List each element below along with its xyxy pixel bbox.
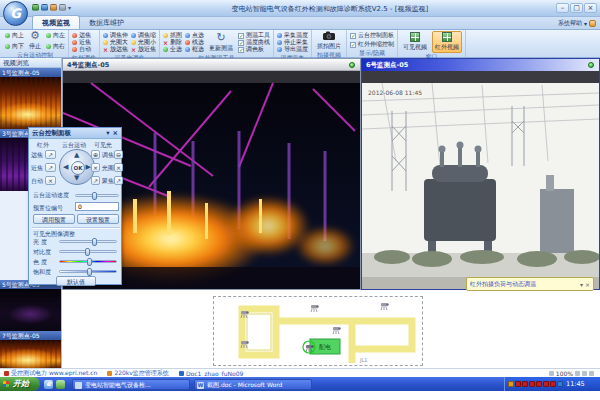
- windows-flag-icon: [3, 381, 9, 387]
- slider-thumb[interactable]: [87, 258, 92, 266]
- speed-slider[interactable]: [75, 194, 119, 197]
- thermal-thumbnail-4[interactable]: [0, 340, 61, 368]
- capture-picture-button[interactable]: 抓拍图片: [315, 31, 343, 51]
- arrow-left-icon[interactable]: ◀: [63, 164, 68, 171]
- quick-access-icon-2[interactable]: [41, 4, 48, 11]
- quick-access-icon-4[interactable]: [59, 4, 66, 11]
- tray-icon[interactable]: [529, 381, 535, 387]
- ribbon-group-ptz-motion: 向上 向下 ⚙ 停止 向左 向右 云台运动控制: [2, 30, 69, 57]
- contrast-slider[interactable]: [59, 250, 117, 253]
- ptz-ok-button[interactable]: OK: [71, 161, 85, 175]
- thumbnail-label-4[interactable]: 7号监测点-05: [0, 331, 61, 340]
- infrared-panel-title-bar[interactable]: 4号监测点-05: [63, 59, 360, 71]
- visible-panel-title-bar[interactable]: 6号监测点-05: [362, 59, 599, 71]
- tray-alert-icon[interactable]: [508, 381, 514, 387]
- link-item-3[interactable]: Doc1_zhao_fuNo09: [179, 370, 243, 377]
- preset-number-input[interactable]: [75, 202, 119, 211]
- help-menu[interactable]: 系统帮助 ▾: [558, 19, 596, 28]
- infrared-capture-notification[interactable]: 红外拍摄负荷与动态调温 ▾ ×: [466, 277, 594, 291]
- focus-plus-button[interactable]: ↗: [91, 176, 100, 185]
- focus-minus-button[interactable]: ↗: [114, 176, 123, 185]
- chevron-down-icon[interactable]: ▾: [580, 281, 583, 288]
- minimize-button[interactable]: –: [556, 3, 569, 13]
- ir-auto-label: 自动: [31, 177, 43, 186]
- chevron-down-icon[interactable]: ▾: [68, 4, 71, 11]
- close-icon[interactable]: ×: [113, 128, 118, 138]
- default-values-button[interactable]: 默认值: [56, 276, 96, 286]
- check-icon: ✓: [238, 33, 244, 39]
- pan-up-button[interactable]: 向上: [5, 32, 24, 39]
- zoom-controls[interactable]: 100%: [549, 370, 600, 377]
- visible-zoom-out-button[interactable]: ⊖: [114, 150, 123, 159]
- button-label: 更新测温: [209, 44, 233, 53]
- iris-open-button[interactable]: ×: [91, 163, 100, 172]
- ptz-panel-checkbox[interactable]: ✓云台控制面板: [350, 32, 394, 39]
- ir-zoom-control-checkbox[interactable]: ✓红外伸缩控制: [350, 41, 394, 48]
- tab-video-monitor[interactable]: 视频监视: [32, 15, 80, 29]
- call-preset-button[interactable]: 调用预置: [33, 214, 75, 224]
- zoom-out-icon[interactable]: [549, 371, 554, 376]
- ribbon-group-window: 可见视频 红外视频 窗口: [398, 30, 466, 57]
- iris-close-button[interactable]: ×: [114, 163, 123, 172]
- visible-zoom-in-button[interactable]: ⊕: [91, 150, 100, 159]
- tray-icon[interactable]: [550, 381, 556, 387]
- start-button[interactable]: 开始: [0, 377, 40, 391]
- tab-database-maintenance[interactable]: 数据库维护: [80, 16, 133, 29]
- tray-icon[interactable]: [522, 381, 528, 387]
- ir-near-button[interactable]: ↗: [45, 163, 56, 172]
- ptz-direction-pad[interactable]: ▲ ▼ ◀ ▶ OK: [59, 149, 95, 185]
- taskbar-item-word[interactable]: W 截图.doc - Microsoft Word: [194, 379, 312, 390]
- printer-icon[interactable]: [582, 371, 587, 376]
- slider-thumb[interactable]: [92, 238, 97, 246]
- palette-checkbox[interactable]: ✓调色板: [238, 46, 270, 53]
- thermal-thumbnail-1[interactable]: [0, 77, 61, 129]
- pan-stop-button[interactable]: ⚙ 停止: [27, 31, 43, 51]
- green-orb-icon: [46, 33, 51, 38]
- zoom-far-button[interactable]: ×放远焦: [103, 46, 128, 53]
- pin-icon[interactable]: ▾: [106, 128, 109, 138]
- brightness-slider[interactable]: [59, 240, 117, 243]
- set-preset-button[interactable]: 设置预置: [77, 214, 119, 224]
- thermal-thumbnail-3[interactable]: [0, 289, 61, 331]
- slider-thumb[interactable]: [92, 192, 97, 200]
- ir-far-button[interactable]: ↗: [45, 150, 56, 159]
- tray-icon[interactable]: [543, 381, 549, 387]
- tray-icon[interactable]: [515, 381, 521, 387]
- ir-auto-button[interactable]: ×: [45, 176, 56, 185]
- thumbnail-label-1[interactable]: 1号监测点-05: [0, 68, 61, 77]
- network-icon[interactable]: [557, 381, 563, 387]
- app-logo-icon: G: [3, 1, 28, 26]
- close-icon[interactable]: ×: [585, 281, 590, 288]
- quick-access-icon-1[interactable]: [32, 4, 39, 11]
- quick-access-icon-3[interactable]: [50, 4, 57, 11]
- quicklaunch-icon[interactable]: [56, 380, 65, 389]
- browser-quicklaunch-icon[interactable]: e: [44, 380, 53, 389]
- ir-column-header: 红外: [37, 141, 49, 150]
- hue-slider[interactable]: [59, 260, 117, 263]
- saturation-slider[interactable]: [59, 270, 117, 273]
- slider-thumb[interactable]: [87, 268, 92, 276]
- maximize-button[interactable]: □: [570, 3, 583, 13]
- ptz-panel-title-bar[interactable]: 云台控制面板 ▾ ×: [29, 128, 121, 139]
- zoom-near-button[interactable]: ×放近焦: [131, 46, 156, 53]
- box-select-button[interactable]: 框选: [185, 46, 204, 53]
- slider-thumb[interactable]: [85, 248, 90, 256]
- refresh-measure-button[interactable]: ↻ 更新测温: [207, 31, 235, 54]
- select-all-button[interactable]: 全选: [163, 46, 182, 53]
- close-button[interactable]: ×: [584, 3, 597, 13]
- tray-icon[interactable]: [536, 381, 542, 387]
- zoom-in-icon[interactable]: [575, 371, 580, 376]
- pan-left-button[interactable]: 向左: [46, 32, 65, 39]
- preset-label: 预置位编号: [33, 204, 63, 213]
- links-bar: 受控测试电力 www.epri.net.cn 220kv监控管理系统 Doc1_…: [0, 368, 600, 377]
- infrared-video-window-button[interactable]: 红外视频: [432, 31, 462, 53]
- export-temperature-button[interactable]: 导出温度: [277, 46, 308, 53]
- taskbar-item-app[interactable]: 变电站智能电气设备检...: [72, 379, 190, 390]
- pan-down-button[interactable]: 向下: [5, 43, 24, 50]
- ir-near-label: 近焦: [31, 164, 43, 173]
- pan-right-button[interactable]: 向右: [46, 43, 65, 50]
- visible-video-window-button[interactable]: 可见视频: [401, 31, 429, 53]
- arrow-down-icon[interactable]: ▼: [74, 175, 79, 182]
- arrow-up-icon[interactable]: ▲: [74, 152, 79, 159]
- ir-auto-focus-button[interactable]: 自动: [72, 46, 91, 53]
